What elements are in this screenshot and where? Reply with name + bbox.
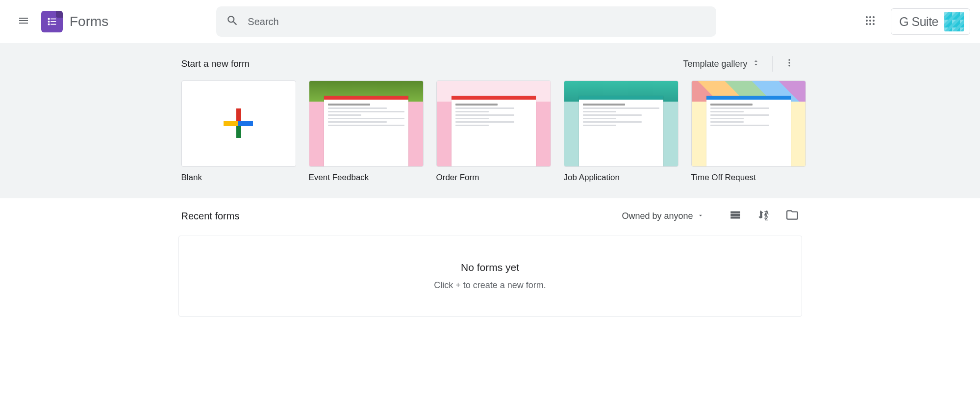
plus-icon (181, 80, 296, 167)
template-label: Time Off Request (691, 173, 806, 183)
svg-rect-20 (224, 121, 238, 126)
svg-rect-18 (236, 108, 241, 123)
svg-point-14 (873, 23, 875, 25)
recent-section: Recent forms Owned by anyone (0, 198, 980, 336)
template-label: Job Application (564, 173, 678, 183)
svg-rect-21 (238, 121, 253, 126)
forms-logo-icon (41, 11, 63, 32)
template-thumbnail (564, 80, 678, 167)
template-label: Blank (181, 173, 296, 183)
template-blank[interactable]: Blank (181, 80, 296, 183)
svg-rect-1 (50, 19, 56, 20)
list-view-icon (729, 209, 742, 223)
template-time-off[interactable]: Time Off Request (691, 80, 806, 183)
avatar (944, 12, 964, 31)
svg-text:A: A (765, 210, 769, 215)
svg-point-12 (866, 23, 868, 25)
logo-area[interactable]: Forms (41, 11, 108, 32)
apps-icon (864, 15, 876, 28)
view-controls: AZ (729, 209, 799, 223)
templates-section: Start a new form Template gallery (0, 43, 980, 198)
recent-title: Recent forms (181, 211, 240, 222)
svg-point-9 (866, 20, 868, 22)
template-order-form[interactable]: Order Form (436, 80, 551, 183)
ownership-filter-label: Owned by anyone (622, 211, 693, 221)
svg-point-13 (869, 23, 871, 25)
svg-text:Z: Z (765, 215, 768, 221)
svg-point-11 (873, 20, 875, 22)
app-header: Forms G Suite (0, 0, 980, 43)
templates-header: Start a new form Template gallery (178, 54, 802, 74)
template-thumbnail (691, 80, 806, 167)
gsuite-account-button[interactable]: G Suite (891, 8, 970, 35)
main-menu-button[interactable] (12, 10, 35, 33)
open-file-picker-button[interactable] (785, 209, 799, 223)
list-view-button[interactable] (729, 209, 742, 223)
template-label: Event Feedback (309, 173, 424, 183)
dropdown-icon (697, 211, 704, 221)
empty-state-subtitle: Click + to create a new form. (179, 280, 802, 291)
app-name: Forms (70, 14, 108, 29)
menu-icon (18, 15, 29, 28)
recent-header: Recent forms Owned by anyone (178, 209, 802, 223)
template-event-feedback[interactable]: Event Feedback (309, 80, 424, 183)
header-right: G Suite (858, 8, 970, 35)
template-gallery-button[interactable]: Template gallery (678, 54, 765, 74)
divider (772, 56, 773, 72)
gsuite-label: G Suite (899, 15, 938, 29)
folder-icon (786, 209, 799, 223)
svg-point-17 (788, 65, 790, 66)
recent-controls: Owned by anyone AZ (622, 209, 799, 223)
templates-row: Blank (178, 80, 802, 183)
svg-rect-4 (48, 24, 50, 26)
search-input[interactable] (248, 16, 706, 27)
svg-point-7 (869, 16, 871, 18)
svg-rect-3 (50, 21, 56, 22)
search-icon (226, 14, 239, 29)
svg-point-15 (788, 59, 790, 61)
svg-rect-0 (48, 18, 50, 20)
search-container[interactable] (216, 6, 716, 37)
empty-state: No forms yet Click + to create a new for… (178, 236, 802, 317)
template-gallery-label: Template gallery (683, 59, 747, 69)
unfold-icon (752, 58, 760, 70)
empty-state-title: No forms yet (179, 262, 802, 273)
template-label: Order Form (436, 173, 551, 183)
svg-point-8 (873, 16, 875, 18)
template-thumbnail (309, 80, 424, 167)
svg-point-6 (866, 16, 868, 18)
templates-actions: Template gallery (678, 54, 799, 74)
templates-more-button[interactable] (779, 54, 799, 74)
templates-title: Start a new form (181, 58, 250, 69)
svg-rect-2 (48, 21, 50, 23)
google-apps-button[interactable] (858, 10, 882, 33)
svg-point-10 (869, 20, 871, 22)
template-thumbnail (436, 80, 551, 167)
svg-rect-5 (50, 24, 56, 25)
sort-button[interactable]: AZ (757, 209, 771, 223)
svg-point-16 (788, 62, 790, 63)
ownership-filter[interactable]: Owned by anyone (622, 211, 704, 221)
template-job-application[interactable]: Job Application (564, 80, 678, 183)
more-vert-icon (784, 58, 794, 70)
sort-az-icon: AZ (757, 209, 770, 223)
